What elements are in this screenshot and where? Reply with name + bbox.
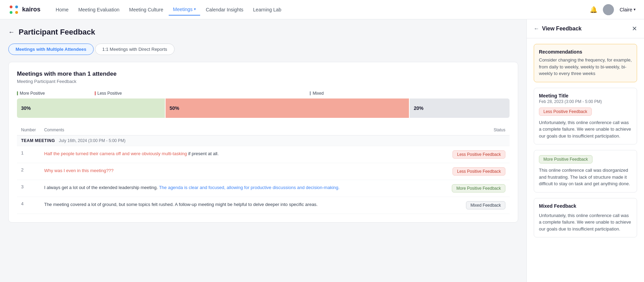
feedback-item-1: Meeting Title Feb 28, 2023 (3:00 PM - 5:… [534,88,637,145]
badge-less-positive: Less Positive Feedback [452,150,505,159]
feedback-item-1-text: Unfortunately, this online conference ca… [539,119,632,140]
feedback-item-1-title: Meeting Title [539,93,632,98]
avatar-image [603,4,614,15]
panel-close-button[interactable]: ✕ [632,25,637,32]
nav-meetings[interactable]: Meetings ▾ [169,4,200,16]
table-row: 1 Half the people turned their camera of… [17,146,510,163]
row-3-highlight: The agenda is clear and focused, allowin… [159,185,339,190]
feedback-item-3-title: Mixed Feedback [539,203,632,209]
panel-title: ← View Feedback [534,26,581,32]
col-comments: Comments [40,125,440,135]
row-2-status: Less Positive Feedback [440,163,510,180]
user-menu-chevron: ▾ [634,7,636,12]
row-1-number: 1 [17,146,40,163]
chart-label-more-positive: More Positive [17,91,45,96]
svg-point-3 [15,11,18,14]
chart-labels-row: More Positive Less Positive Mixed [17,91,510,96]
row-4-comment: The meeting covered a lot of ground, but… [40,197,440,214]
top-navigation: kairos Home Meeting Evaluation Meeting C… [0,0,644,19]
row-1-status: Less Positive Feedback [440,146,510,163]
sidebar-badge-more-positive: More Positive Feedback [539,155,592,163]
nav-learning-lab[interactable]: Learning Lab [249,4,286,15]
kairos-logo-icon [8,4,19,15]
main-card: Meetings with more than 1 attendee Meeti… [8,62,518,223]
table-row: 2 Why was I even in this meeting??? Less… [17,163,510,180]
badge-less-positive: Less Positive Feedback [452,167,505,176]
meetings-dropdown-chevron: ▾ [194,7,196,11]
row-3-number: 3 [17,180,40,197]
table-header: Number Comments Status [17,125,510,135]
table-row: 3 I always get a lot out of the extended… [17,180,510,197]
feedback-item-3-text: Unfortunately, this online conference ca… [539,212,632,233]
row-4-number: 4 [17,197,40,214]
svg-point-2 [10,11,12,14]
card-title: Meetings with more than 1 attendee [17,70,510,77]
panel-back-button[interactable]: ← [534,26,539,32]
feedback-item-2-text: This online conference call was disorgan… [539,167,632,187]
page-header: ← Participant Feedback [8,28,518,37]
svg-point-4 [606,6,611,11]
tab-direct-reports[interactable]: 1:1 Meetings with Direct Reports [95,44,175,55]
feedback-item-2: More Positive Feedback This online confe… [534,150,637,192]
tab-multiple-attendees[interactable]: Meetings with Multiple Attendees [8,44,94,55]
tab-row: Meetings with Multiple Attendees 1:1 Mee… [8,44,518,55]
table-row: 4 The meeting covered a lot of ground, b… [17,197,510,214]
main-content: ← Participant Feedback Meetings with Mul… [0,19,526,282]
badge-mixed: Mixed Feedback [466,201,505,209]
badge-more-positive: More Positive Feedback [452,184,505,192]
feedback-item-3: Mixed Feedback Mixed Feedback Unfortunat… [534,198,637,238]
more-positive-indicator [17,91,18,95]
row-2-comment: Why was I even in this meeting??? [40,163,440,180]
rec-title: Recommendations [539,49,632,55]
row-2-highlight: Why was I even in this meeting??? [44,168,114,173]
page-wrapper: ← Participant Feedback Meetings with Mul… [0,19,644,282]
table-body: TEAM MEETING July 16th, 2024 (3:00 PM - … [17,135,510,214]
card-subtitle: Meeting Participant Feedback [17,79,510,84]
bar-more-positive: 30% [17,98,165,118]
less-positive-indicator [95,91,96,95]
nav-home[interactable]: Home [52,4,73,15]
col-number: Number [17,125,40,135]
back-button[interactable]: ← [8,29,15,36]
rec-text: Consider changing the frequency, for exa… [539,57,632,77]
row-1-highlight: Half the people turned their camera off … [44,151,187,156]
sidebar-badge-less-positive-1: Less Positive Feedback [539,107,592,116]
row-4-status: Mixed Feedback [440,197,510,214]
sidebar-panel: ← View Feedback ✕ Recommendations Consid… [526,19,644,282]
nav-meeting-evaluation[interactable]: Meeting Evaluation [74,4,123,15]
recommendations-card: Recommendations Consider changing the fr… [534,44,637,82]
nav-calendar-insights[interactable]: Calendar Insights [202,4,248,15]
avatar [603,4,614,15]
row-2-number: 2 [17,163,40,180]
meeting-group-row: TEAM MEETING July 16th, 2024 (3:00 PM - … [17,135,510,146]
svg-point-5 [604,11,613,15]
mixed-indicator [310,91,311,95]
bar-mixed: 20% [410,98,510,118]
row-3-comment: I always get a lot out of the extended l… [40,180,440,197]
panel-body: Recommendations Consider changing the fr… [527,38,644,243]
page-title: Participant Feedback [19,28,95,37]
nav-meeting-culture[interactable]: Meeting Culture [125,4,167,15]
notifications-bell-icon[interactable]: 🔔 [590,6,597,13]
panel-header: ← View Feedback ✕ [527,19,644,38]
svg-point-0 [10,6,12,8]
feedback-table: Number Comments Status TEAM MEETING July… [17,125,510,214]
meeting-group-cell: TEAM MEETING July 16th, 2024 (3:00 PM - … [17,135,510,146]
bar-less-positive: 50% [166,98,409,118]
logo[interactable]: kairos [8,4,40,15]
bar-chart: 30% 50% 20% [17,98,510,118]
user-menu[interactable]: Claire ▾ [619,7,636,12]
logo-text: kairos [22,6,40,13]
nav-links: Home Meeting Evaluation Meeting Culture … [52,4,579,16]
chart-label-less-positive: Less Positive [95,91,122,96]
svg-point-1 [15,6,18,8]
col-status: Status [440,125,510,135]
row-1-comment: Half the people turned their camera off … [40,146,440,163]
chart-label-mixed: Mixed [310,91,324,96]
row-3-status: More Positive Feedback [440,180,510,197]
nav-right: 🔔 Claire ▾ [590,4,636,15]
feedback-item-1-date: Feb 28, 2023 (3:00 PM - 5:00 PM) [539,99,632,104]
